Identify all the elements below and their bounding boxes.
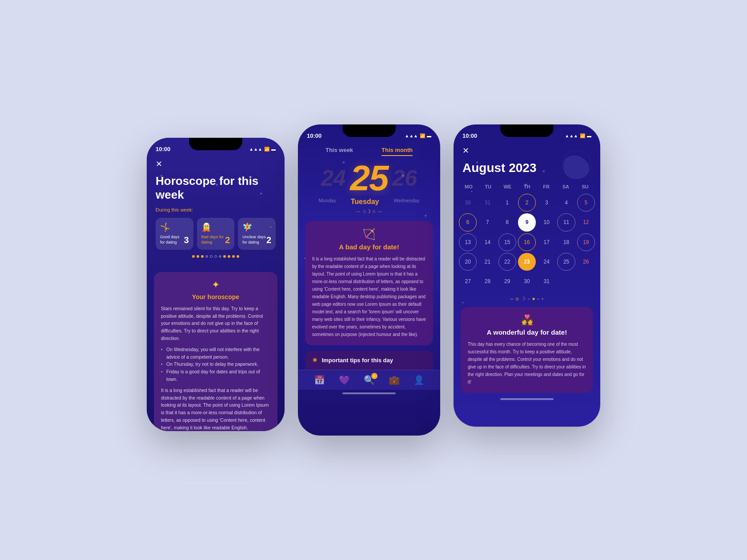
p3-header: ✕: [454, 142, 600, 161]
cal-17[interactable]: 17: [538, 233, 555, 251]
cal-27[interactable]: 27: [459, 272, 477, 290]
good-num: 3: [184, 235, 189, 245]
week-subtitle: During this week:: [156, 207, 276, 212]
p1-header: ✕ Horoscope for this week During this we…: [147, 156, 285, 272]
nav-calendar[interactable]: 📅: [314, 375, 325, 385]
signal-icon-3: ▲▲▲: [565, 133, 578, 138]
battery-icon-2: ▬: [427, 133, 431, 138]
signal-icon-2: ▲▲▲: [405, 133, 418, 138]
cal-26[interactable]: 26: [577, 253, 595, 271]
cal-empty-1: [557, 272, 575, 290]
dot-9[interactable]: [228, 255, 230, 258]
nav-search-badge[interactable]: 🔍 6: [364, 375, 375, 385]
cal-th: TH: [517, 182, 537, 191]
cal-12[interactable]: 12: [577, 213, 595, 231]
tabs-row: This week This month: [298, 142, 440, 160]
cal-22[interactable]: 22: [498, 253, 516, 271]
current-day-label: Tuesday: [351, 198, 379, 206]
tips-icon: ☀: [312, 357, 317, 364]
cal-5[interactable]: 5: [577, 194, 595, 212]
tab-this-month[interactable]: This month: [382, 147, 413, 156]
dot-5[interactable]: [210, 255, 213, 258]
cal-11[interactable]: 11: [557, 213, 575, 231]
cal-2[interactable]: 2: [518, 194, 536, 212]
cal-13[interactable]: 13: [459, 233, 477, 251]
cal-14[interactable]: 14: [478, 233, 496, 251]
page-title-1: Horoscope for this week: [156, 174, 276, 202]
cal-21[interactable]: 21: [478, 253, 496, 271]
cal-20[interactable]: 20: [459, 253, 477, 271]
star-icon: ✦: [161, 279, 270, 291]
tips-title: ☀ Important tips for this day: [312, 357, 426, 364]
cal-16[interactable]: 16: [518, 233, 536, 251]
cal-18[interactable]: 18: [557, 233, 575, 251]
dot-1[interactable]: [192, 255, 195, 258]
cal-29[interactable]: 29: [498, 272, 516, 290]
unclear-icon: 🧚: [242, 222, 271, 232]
phone-2: + ♥ + 10:00 ▲▲▲ 📶 ▬ This week This month: [298, 124, 440, 436]
home-indicator-3: [500, 398, 554, 400]
time-3: 10:00: [462, 132, 477, 139]
tab-this-week[interactable]: This week: [325, 147, 353, 156]
cal-15[interactable]: 15: [498, 233, 516, 251]
p3-plus[interactable]: +: [541, 296, 544, 301]
dots-indicator: [156, 255, 276, 258]
cal-30-prev[interactable]: 30: [459, 194, 477, 212]
cal-30[interactable]: 30: [518, 272, 536, 290]
dot-11[interactable]: [237, 255, 239, 258]
battery-icon-1: ▬: [271, 147, 276, 152]
p3-dot-active[interactable]: ⊙: [515, 296, 519, 301]
p3-dot-2[interactable]: ••: [537, 297, 540, 301]
nav-heart[interactable]: 💜: [339, 375, 350, 385]
cal-4[interactable]: 4: [557, 194, 575, 212]
dot-2[interactable]: [197, 255, 199, 258]
calendar: MO TU WE TH FR SA SU 30 31 1 2 3 4 5: [454, 182, 600, 290]
next-day-label: Wednesday: [394, 198, 420, 206]
cal-we: WE: [498, 182, 517, 191]
cal-tu: TU: [478, 182, 498, 191]
cal-9-today[interactable]: 9: [518, 213, 536, 231]
close-button-1[interactable]: ✕: [156, 159, 162, 169]
dot-8[interactable]: [223, 255, 226, 258]
cal-8[interactable]: 8: [498, 213, 516, 231]
nav-briefcase[interactable]: 💼: [389, 375, 400, 385]
cal-23-selected[interactable]: 23: [518, 253, 536, 271]
wonderful-text: This day has every chance of becoming on…: [468, 340, 586, 386]
time-2: 10:00: [307, 132, 321, 139]
prev-day-label: Monday: [319, 198, 336, 206]
cal-mo: MO: [459, 182, 478, 191]
cal-31[interactable]: 31: [538, 272, 555, 290]
status-icons-3: ▲▲▲ 📶 ▬: [565, 133, 591, 138]
notch-2: [342, 124, 396, 137]
p3-dot-orange[interactable]: ●: [532, 296, 535, 302]
dot-10[interactable]: [232, 255, 235, 258]
p3-moon-phase[interactable]: ☽: [521, 296, 526, 302]
phones-container: + + ♥ 10:00 ▲▲▲ 📶 ▬ ✕ Horoscope for this…: [147, 124, 600, 436]
cal-25[interactable]: 25: [557, 253, 575, 271]
cal-24[interactable]: 24: [538, 253, 555, 271]
cal-1[interactable]: 1: [498, 194, 516, 212]
tips-label: Important tips for this day: [322, 357, 393, 364]
cal-31-prev[interactable]: 31: [478, 194, 496, 212]
nav-user[interactable]: 👤: [414, 375, 425, 385]
dot-4[interactable]: [205, 255, 208, 258]
stat-good: 🤸 Good days for dating 3: [156, 218, 193, 249]
dot-7[interactable]: [219, 255, 221, 258]
dot-3[interactable]: [201, 255, 204, 258]
cal-19[interactable]: 19: [577, 233, 595, 251]
status-icons-1: ▲▲▲ 📶 ▬: [249, 147, 276, 152]
wonderful-title: A wonderful day for date!: [468, 328, 586, 336]
p3-dot-1[interactable]: •••: [510, 297, 514, 301]
p3-circle[interactable]: ○: [527, 296, 530, 301]
close-button-3[interactable]: ✕: [462, 146, 469, 156]
cal-6[interactable]: 6: [459, 213, 477, 231]
current-num: 25: [350, 160, 388, 196]
cal-10[interactable]: 10: [538, 213, 555, 231]
dot-6[interactable]: [214, 255, 217, 258]
cal-7[interactable]: 7: [478, 213, 496, 231]
cal-3[interactable]: 3: [538, 194, 555, 212]
wonderful-card: 💑 A wonderful day for date! This day has…: [461, 307, 593, 393]
signal-icon-1: ▲▲▲: [249, 147, 262, 152]
cal-28[interactable]: 28: [478, 272, 496, 290]
stats-row: 🤸 Good days for dating 3 🧝 Bad days for …: [156, 218, 276, 249]
